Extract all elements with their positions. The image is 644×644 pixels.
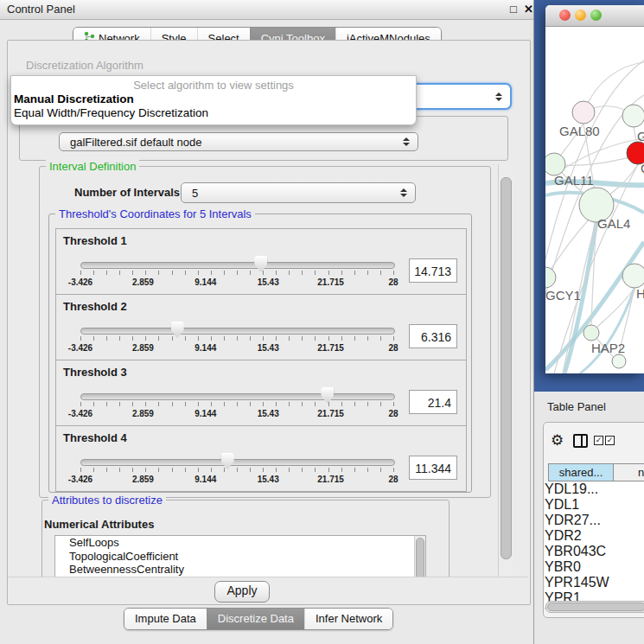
cell-name[interactable]: YDL1 bbox=[545, 497, 644, 513]
threshold-panel: Threshold 3-3.4262.8599.14415.4321.71528… bbox=[55, 360, 467, 426]
cell-name[interactable]: YDR2 bbox=[545, 528, 644, 544]
table-row[interactable]: YDR27...YDR2 bbox=[545, 513, 644, 544]
table-row[interactable]: YDL19...YDL1 bbox=[545, 481, 644, 513]
main-scrollbar-thumb[interactable] bbox=[501, 177, 512, 559]
thresholds-group: Threshold's Coordinates for 5 Intervals … bbox=[48, 214, 472, 493]
checkbox-icon[interactable]: ✓ bbox=[594, 436, 603, 445]
network-node[interactable] bbox=[545, 267, 556, 288]
node-label: C bbox=[641, 161, 644, 175]
scale-label: -3.426 bbox=[68, 409, 92, 418]
attribute-item[interactable]: TopologicalCoefficient bbox=[55, 550, 425, 564]
slider-ticks bbox=[80, 468, 394, 472]
table-panel-title: Table Panel bbox=[547, 400, 606, 413]
scale-label: 15.43 bbox=[258, 343, 279, 353]
gear-icon[interactable]: ⚙ bbox=[551, 431, 564, 450]
main-scrollbar[interactable] bbox=[498, 164, 513, 577]
algorithm-option[interactable]: Equal Width/Frequency Discretization bbox=[11, 106, 416, 120]
tab-discretize-data[interactable]: Discretize Data bbox=[207, 609, 304, 629]
threshold-panel: Threshold 4-3.4262.8599.14415.4321.71528… bbox=[55, 425, 467, 492]
threshold-label: Threshold 2 bbox=[63, 300, 127, 313]
zoom-window-icon[interactable] bbox=[590, 10, 602, 21]
interval-definition-label: Interval Definition bbox=[46, 160, 139, 173]
slider-track[interactable] bbox=[80, 262, 395, 269]
numerical-attributes-label: Numerical Attributes bbox=[44, 518, 154, 531]
scale-label: 2.859 bbox=[132, 277, 154, 287]
close-panel-icon[interactable]: ✕ bbox=[524, 3, 533, 16]
network-view[interactable]: GAL80G.CGAL11GAL4GCY1HHAP2 bbox=[545, 26, 644, 373]
network-window-titlebar[interactable] bbox=[545, 5, 644, 27]
scale-label: 9.144 bbox=[194, 343, 216, 353]
network-node[interactable] bbox=[583, 325, 599, 341]
node-label: GAL4 bbox=[597, 216, 630, 231]
node-label: HAP2 bbox=[591, 341, 625, 355]
network-node[interactable] bbox=[612, 354, 626, 368]
panel-divider bbox=[533, 0, 534, 644]
attribute-item[interactable]: BetweennessCentrality bbox=[55, 563, 425, 577]
threshold-label: Threshold 3 bbox=[63, 366, 127, 379]
scale-label: 21.715 bbox=[317, 475, 344, 484]
node-table-header[interactable]: shared... n bbox=[548, 463, 644, 481]
minimize-window-icon[interactable] bbox=[575, 10, 586, 21]
attributes-group: Attributes to discretize Numerical Attri… bbox=[41, 500, 450, 584]
tab-impute-data[interactable]: Impute Data bbox=[124, 609, 207, 629]
node-table-rows: YDL19...YDL1YDR27...YDR2YBR043CYBR0YPR14… bbox=[545, 481, 644, 609]
node-label: GAL11 bbox=[554, 173, 594, 188]
slider-ticks bbox=[80, 336, 394, 341]
slider-track[interactable] bbox=[80, 328, 395, 335]
network-node[interactable] bbox=[622, 105, 644, 127]
threshold-value-field[interactable]: 21.4 bbox=[409, 390, 457, 414]
table-hscrollbar-thumb[interactable] bbox=[547, 603, 644, 611]
table-hscrollbar[interactable] bbox=[545, 601, 644, 613]
network-node[interactable] bbox=[572, 101, 595, 124]
slider-scale: -3.4262.8599.14415.4321.71528 bbox=[80, 343, 393, 354]
threshold-value-field[interactable]: 6.316 bbox=[409, 324, 457, 348]
cell-shared-name[interactable]: YDL19... bbox=[545, 481, 644, 497]
column-header-shared-name[interactable]: shared... bbox=[549, 464, 614, 481]
control-panel-titlebar: Control Panel □ ✕ bbox=[0, 0, 534, 20]
network-edge[interactable] bbox=[596, 288, 634, 328]
cell-shared-name[interactable]: YBR043C bbox=[545, 544, 644, 559]
interval-definition-group: Interval Definition Number of Intervals … bbox=[39, 166, 491, 498]
table-data-value: galFiltered.sif default node bbox=[70, 136, 201, 149]
slider-track[interactable] bbox=[80, 393, 395, 400]
node-label: G. bbox=[637, 129, 644, 143]
control-panel-title: Control Panel bbox=[7, 3, 75, 16]
table-row[interactable]: YBR043CYBR0 bbox=[545, 544, 644, 575]
scale-label: -3.426 bbox=[68, 475, 92, 484]
network-node[interactable] bbox=[622, 264, 644, 288]
slider-scale: -3.4262.8599.14415.4321.71528 bbox=[80, 409, 393, 419]
attribute-item[interactable]: SelfLoops bbox=[55, 536, 425, 550]
attributes-group-label: Attributes to discretize bbox=[48, 494, 166, 507]
threshold-label: Threshold 1 bbox=[63, 234, 127, 247]
cell-shared-name[interactable]: YDR27... bbox=[545, 513, 644, 528]
slider-track[interactable] bbox=[80, 459, 395, 466]
algorithm-option[interactable]: Manual Discretization bbox=[11, 92, 416, 106]
thresholds-group-label: Threshold's Coordinates for 5 Intervals bbox=[55, 207, 255, 220]
network-edge[interactable] bbox=[545, 218, 590, 277]
threshold-panel: Threshold 2-3.4262.8599.14415.4321.71528… bbox=[55, 294, 467, 360]
algorithm-popup-prompt: Select algorithm to view settings bbox=[11, 79, 416, 92]
num-intervals-combobox[interactable]: 5 bbox=[181, 182, 416, 203]
slider-scale: -3.4262.8599.14415.4321.71528 bbox=[80, 475, 393, 485]
table-data-combobox[interactable]: galFiltered.sif default node bbox=[59, 132, 418, 151]
scale-label: 15.43 bbox=[258, 475, 279, 484]
columns-icon[interactable] bbox=[573, 434, 588, 448]
checkbox-icon[interactable]: ✓ bbox=[605, 436, 615, 445]
algorithm-group-label: Discretization Algorithm bbox=[26, 59, 143, 72]
cell-name[interactable]: YBR0 bbox=[545, 559, 644, 575]
network-window: GAL80G.CGAL11GAL4GCY1HHAP2 bbox=[545, 5, 644, 373]
scale-label: 9.144 bbox=[194, 475, 216, 484]
apply-button[interactable]: Apply bbox=[214, 581, 270, 603]
threshold-value-field[interactable]: 14.713 bbox=[409, 258, 457, 283]
slider-ticks bbox=[80, 402, 394, 406]
close-window-icon[interactable] bbox=[559, 10, 571, 21]
tab-infer-network[interactable]: Infer Network bbox=[304, 609, 392, 629]
scale-label: 28 bbox=[388, 475, 398, 484]
node-label: H bbox=[636, 286, 644, 301]
float-window-icon[interactable]: □ bbox=[510, 3, 517, 16]
column-header-name[interactable]: n bbox=[614, 464, 644, 481]
table-panel-area: Table Panel ⚙ ✓ ✓ shared... n YDL19...YD… bbox=[534, 392, 644, 644]
threshold-label: Threshold 4 bbox=[63, 431, 127, 444]
threshold-value-field[interactable]: 11.344 bbox=[409, 456, 457, 480]
cell-shared-name[interactable]: YPR145W bbox=[545, 575, 644, 590]
